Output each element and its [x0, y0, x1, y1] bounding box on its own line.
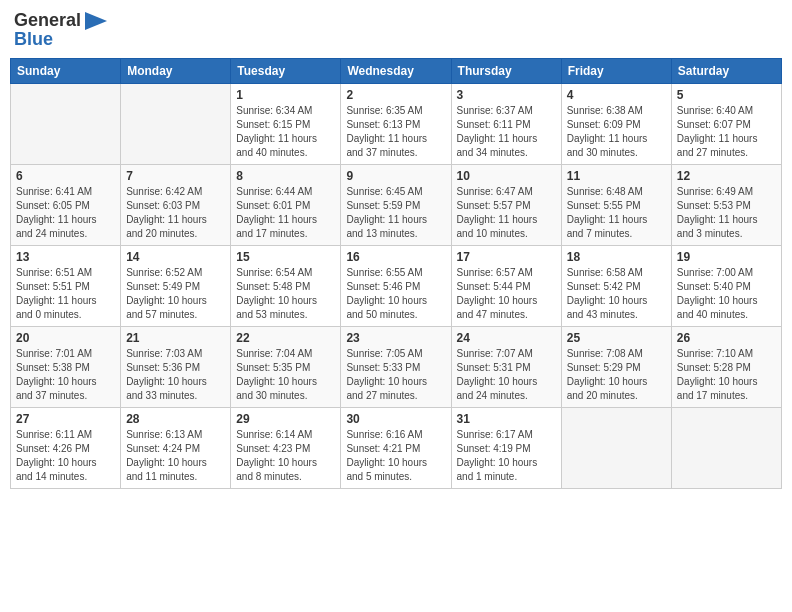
- calendar-day-cell: [671, 408, 781, 489]
- day-info: Sunrise: 7:03 AM Sunset: 5:36 PM Dayligh…: [126, 347, 225, 403]
- day-info: Sunrise: 6:44 AM Sunset: 6:01 PM Dayligh…: [236, 185, 335, 241]
- day-info: Sunrise: 6:11 AM Sunset: 4:26 PM Dayligh…: [16, 428, 115, 484]
- page-header: General Blue: [10, 10, 782, 50]
- calendar-header-row: SundayMondayTuesdayWednesdayThursdayFrid…: [11, 59, 782, 84]
- day-info: Sunrise: 6:41 AM Sunset: 6:05 PM Dayligh…: [16, 185, 115, 241]
- calendar-day-cell: 16Sunrise: 6:55 AM Sunset: 5:46 PM Dayli…: [341, 246, 451, 327]
- calendar-week-row: 1Sunrise: 6:34 AM Sunset: 6:15 PM Daylig…: [11, 84, 782, 165]
- svg-marker-0: [85, 12, 107, 30]
- day-number: 18: [567, 250, 666, 264]
- column-header-tuesday: Tuesday: [231, 59, 341, 84]
- calendar-day-cell: 28Sunrise: 6:13 AM Sunset: 4:24 PM Dayli…: [121, 408, 231, 489]
- day-number: 11: [567, 169, 666, 183]
- day-number: 17: [457, 250, 556, 264]
- day-info: Sunrise: 6:45 AM Sunset: 5:59 PM Dayligh…: [346, 185, 445, 241]
- day-info: Sunrise: 6:17 AM Sunset: 4:19 PM Dayligh…: [457, 428, 556, 484]
- calendar-day-cell: [561, 408, 671, 489]
- day-info: Sunrise: 6:49 AM Sunset: 5:53 PM Dayligh…: [677, 185, 776, 241]
- calendar-day-cell: 24Sunrise: 7:07 AM Sunset: 5:31 PM Dayli…: [451, 327, 561, 408]
- day-number: 9: [346, 169, 445, 183]
- calendar-day-cell: 3Sunrise: 6:37 AM Sunset: 6:11 PM Daylig…: [451, 84, 561, 165]
- day-info: Sunrise: 6:14 AM Sunset: 4:23 PM Dayligh…: [236, 428, 335, 484]
- calendar-day-cell: 31Sunrise: 6:17 AM Sunset: 4:19 PM Dayli…: [451, 408, 561, 489]
- calendar-day-cell: [121, 84, 231, 165]
- logo-general-text: General: [14, 10, 81, 31]
- calendar-day-cell: 15Sunrise: 6:54 AM Sunset: 5:48 PM Dayli…: [231, 246, 341, 327]
- day-info: Sunrise: 6:51 AM Sunset: 5:51 PM Dayligh…: [16, 266, 115, 322]
- day-number: 5: [677, 88, 776, 102]
- day-info: Sunrise: 6:16 AM Sunset: 4:21 PM Dayligh…: [346, 428, 445, 484]
- calendar-day-cell: 7Sunrise: 6:42 AM Sunset: 6:03 PM Daylig…: [121, 165, 231, 246]
- day-info: Sunrise: 6:52 AM Sunset: 5:49 PM Dayligh…: [126, 266, 225, 322]
- day-number: 27: [16, 412, 115, 426]
- calendar-day-cell: 19Sunrise: 7:00 AM Sunset: 5:40 PM Dayli…: [671, 246, 781, 327]
- calendar-day-cell: 18Sunrise: 6:58 AM Sunset: 5:42 PM Dayli…: [561, 246, 671, 327]
- calendar-day-cell: 14Sunrise: 6:52 AM Sunset: 5:49 PM Dayli…: [121, 246, 231, 327]
- day-info: Sunrise: 7:01 AM Sunset: 5:38 PM Dayligh…: [16, 347, 115, 403]
- column-header-wednesday: Wednesday: [341, 59, 451, 84]
- day-info: Sunrise: 6:38 AM Sunset: 6:09 PM Dayligh…: [567, 104, 666, 160]
- day-number: 25: [567, 331, 666, 345]
- day-info: Sunrise: 6:58 AM Sunset: 5:42 PM Dayligh…: [567, 266, 666, 322]
- day-number: 19: [677, 250, 776, 264]
- day-info: Sunrise: 6:42 AM Sunset: 6:03 PM Dayligh…: [126, 185, 225, 241]
- calendar-day-cell: 17Sunrise: 6:57 AM Sunset: 5:44 PM Dayli…: [451, 246, 561, 327]
- day-info: Sunrise: 6:54 AM Sunset: 5:48 PM Dayligh…: [236, 266, 335, 322]
- calendar-day-cell: 22Sunrise: 7:04 AM Sunset: 5:35 PM Dayli…: [231, 327, 341, 408]
- day-info: Sunrise: 7:08 AM Sunset: 5:29 PM Dayligh…: [567, 347, 666, 403]
- day-info: Sunrise: 6:47 AM Sunset: 5:57 PM Dayligh…: [457, 185, 556, 241]
- day-info: Sunrise: 6:55 AM Sunset: 5:46 PM Dayligh…: [346, 266, 445, 322]
- day-number: 10: [457, 169, 556, 183]
- calendar-week-row: 27Sunrise: 6:11 AM Sunset: 4:26 PM Dayli…: [11, 408, 782, 489]
- day-number: 29: [236, 412, 335, 426]
- calendar-day-cell: 11Sunrise: 6:48 AM Sunset: 5:55 PM Dayli…: [561, 165, 671, 246]
- calendar-day-cell: 21Sunrise: 7:03 AM Sunset: 5:36 PM Dayli…: [121, 327, 231, 408]
- day-info: Sunrise: 6:13 AM Sunset: 4:24 PM Dayligh…: [126, 428, 225, 484]
- logo: General Blue: [14, 10, 107, 50]
- day-number: 3: [457, 88, 556, 102]
- calendar-day-cell: 1Sunrise: 6:34 AM Sunset: 6:15 PM Daylig…: [231, 84, 341, 165]
- day-number: 30: [346, 412, 445, 426]
- calendar-day-cell: 4Sunrise: 6:38 AM Sunset: 6:09 PM Daylig…: [561, 84, 671, 165]
- column-header-friday: Friday: [561, 59, 671, 84]
- calendar-week-row: 6Sunrise: 6:41 AM Sunset: 6:05 PM Daylig…: [11, 165, 782, 246]
- calendar-day-cell: 20Sunrise: 7:01 AM Sunset: 5:38 PM Dayli…: [11, 327, 121, 408]
- day-number: 24: [457, 331, 556, 345]
- day-info: Sunrise: 7:05 AM Sunset: 5:33 PM Dayligh…: [346, 347, 445, 403]
- calendar-day-cell: [11, 84, 121, 165]
- day-number: 4: [567, 88, 666, 102]
- day-number: 2: [346, 88, 445, 102]
- day-number: 15: [236, 250, 335, 264]
- day-info: Sunrise: 7:10 AM Sunset: 5:28 PM Dayligh…: [677, 347, 776, 403]
- day-number: 6: [16, 169, 115, 183]
- day-number: 23: [346, 331, 445, 345]
- calendar-table: SundayMondayTuesdayWednesdayThursdayFrid…: [10, 58, 782, 489]
- calendar-day-cell: 13Sunrise: 6:51 AM Sunset: 5:51 PM Dayli…: [11, 246, 121, 327]
- day-number: 31: [457, 412, 556, 426]
- day-info: Sunrise: 6:40 AM Sunset: 6:07 PM Dayligh…: [677, 104, 776, 160]
- calendar-week-row: 20Sunrise: 7:01 AM Sunset: 5:38 PM Dayli…: [11, 327, 782, 408]
- calendar-day-cell: 29Sunrise: 6:14 AM Sunset: 4:23 PM Dayli…: [231, 408, 341, 489]
- column-header-thursday: Thursday: [451, 59, 561, 84]
- day-info: Sunrise: 7:00 AM Sunset: 5:40 PM Dayligh…: [677, 266, 776, 322]
- day-number: 8: [236, 169, 335, 183]
- column-header-monday: Monday: [121, 59, 231, 84]
- logo-flag-icon: [85, 12, 107, 30]
- day-info: Sunrise: 6:34 AM Sunset: 6:15 PM Dayligh…: [236, 104, 335, 160]
- day-number: 14: [126, 250, 225, 264]
- day-number: 22: [236, 331, 335, 345]
- calendar-day-cell: 9Sunrise: 6:45 AM Sunset: 5:59 PM Daylig…: [341, 165, 451, 246]
- calendar-day-cell: 12Sunrise: 6:49 AM Sunset: 5:53 PM Dayli…: [671, 165, 781, 246]
- column-header-saturday: Saturday: [671, 59, 781, 84]
- day-number: 20: [16, 331, 115, 345]
- day-number: 1: [236, 88, 335, 102]
- day-info: Sunrise: 7:07 AM Sunset: 5:31 PM Dayligh…: [457, 347, 556, 403]
- calendar-day-cell: 10Sunrise: 6:47 AM Sunset: 5:57 PM Dayli…: [451, 165, 561, 246]
- day-number: 28: [126, 412, 225, 426]
- calendar-week-row: 13Sunrise: 6:51 AM Sunset: 5:51 PM Dayli…: [11, 246, 782, 327]
- day-info: Sunrise: 6:48 AM Sunset: 5:55 PM Dayligh…: [567, 185, 666, 241]
- day-number: 13: [16, 250, 115, 264]
- calendar-day-cell: 8Sunrise: 6:44 AM Sunset: 6:01 PM Daylig…: [231, 165, 341, 246]
- calendar-day-cell: 27Sunrise: 6:11 AM Sunset: 4:26 PM Dayli…: [11, 408, 121, 489]
- calendar-day-cell: 23Sunrise: 7:05 AM Sunset: 5:33 PM Dayli…: [341, 327, 451, 408]
